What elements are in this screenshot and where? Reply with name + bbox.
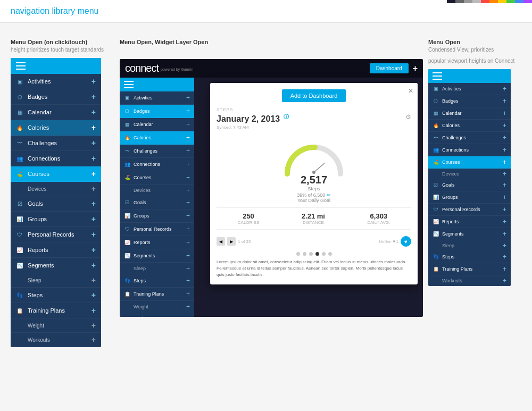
nav-item-reports-1[interactable]: 📈 Reports + bbox=[11, 242, 101, 258]
nav-item-courses-1[interactable]: ⛳ Courses + Selected bbox=[11, 166, 101, 182]
screen-sidebar-header bbox=[120, 78, 194, 91]
screen-nav-connections[interactable]: 👥Connections + bbox=[120, 158, 194, 171]
screen-top-bar: connect powered by Garmin Dashboard + bbox=[120, 59, 423, 78]
stat-daily-avg-value: 6,303 bbox=[368, 212, 390, 220]
condensed-sidebar: ▣Activities + ⬡Badges + ▦Calendar + 🔥Cal… bbox=[428, 69, 511, 286]
nav-item-calendar-1[interactable]: ▦ Calendar + bbox=[11, 105, 101, 120]
svg-line-0 bbox=[314, 163, 325, 172]
stat-distance-value: 2.21 mi bbox=[302, 212, 325, 220]
widget-settings-icon[interactable]: ⚙ bbox=[405, 113, 411, 121]
nav-item-badges-1[interactable]: ⬡ Badges + bbox=[11, 89, 101, 105]
screen-nav-sleep[interactable]: Sleep + bbox=[120, 263, 194, 274]
nav-item-sleep-1[interactable]: Sleep + bbox=[11, 273, 101, 288]
screen-nav-calories[interactable]: 🔥Calories + bbox=[120, 131, 194, 145]
personal-records-icon-1: 🛡 bbox=[16, 231, 23, 238]
prev-arrow[interactable]: ◀ bbox=[217, 237, 225, 246]
widget-sync: Synced: 7:43 AM bbox=[217, 125, 289, 130]
add-to-dashboard-button[interactable]: Add to Dashboard bbox=[282, 89, 346, 102]
segments-label-1: Segments bbox=[28, 262, 54, 269]
condensed-activities[interactable]: ▣Activities + bbox=[428, 83, 511, 95]
connections-label-1: Connections bbox=[28, 155, 60, 162]
screen-nav-badges[interactable]: ⬡Badges + bbox=[120, 105, 194, 118]
screen-nav-workouts[interactable]: Workouts + bbox=[120, 313, 194, 317]
condensed-courses[interactable]: ⛳Courses + bbox=[428, 156, 511, 169]
stat-daily-avg: 6,303 Daily Avg. bbox=[368, 212, 390, 225]
sidebar1-header bbox=[11, 58, 101, 74]
condensed-training-plans[interactable]: 📋Training Plans + bbox=[428, 263, 511, 275]
nav-item-goals-1[interactable]: ☑ Goals + bbox=[11, 196, 101, 212]
courses-icon-1: ⛳ bbox=[16, 170, 23, 178]
screen-nav-courses[interactable]: ⛳Courses + bbox=[120, 171, 194, 184]
condensed-personal-records[interactable]: 🛡Personal Records + bbox=[428, 204, 511, 216]
screen-nav-personal-records[interactable]: 🛡Personal Records + bbox=[120, 223, 194, 236]
condensed-reports[interactable]: 📈Reports + bbox=[428, 216, 511, 228]
widget-date: January 2, 2013 ⓘ bbox=[217, 113, 289, 124]
widget-close-button[interactable]: ✕ bbox=[408, 87, 413, 95]
nav-item-challenges-1[interactable]: 〜 Challenges + bbox=[11, 136, 101, 151]
condensed-calories[interactable]: 🔥Calories + bbox=[428, 120, 511, 132]
connect-logo: connect powered by Garmin bbox=[125, 62, 193, 74]
condensed-segments[interactable]: 📉Segments + bbox=[428, 228, 511, 240]
stat-distance-label: Distance bbox=[302, 220, 325, 225]
dot-3 bbox=[309, 252, 313, 256]
activities-icon-1: ▣ bbox=[16, 78, 23, 85]
condensed-sleep[interactable]: Sleep + bbox=[428, 240, 511, 251]
screen-top-right: Dashboard + bbox=[370, 63, 418, 73]
connect-logo-sub: powered by Garmin bbox=[161, 68, 193, 71]
nav-item-steps-1[interactable]: 👣 Steps + bbox=[11, 288, 101, 303]
screen-nav-goals[interactable]: ☑Goals + bbox=[120, 196, 194, 209]
next-arrow[interactable]: ▶ bbox=[227, 237, 236, 246]
dashboard-tab[interactable]: Dashboard bbox=[370, 63, 409, 73]
condensed-goals[interactable]: ☑Goals + bbox=[428, 179, 511, 191]
condensed-calendar[interactable]: ▦Calendar + bbox=[428, 107, 511, 120]
nav-item-groups-1[interactable]: 📊 Groups + bbox=[11, 212, 101, 227]
hamburger-icon-2[interactable] bbox=[124, 81, 134, 88]
screen-nav-training-plans[interactable]: 📋Training Plans + bbox=[120, 288, 194, 301]
screen-nav-challenges[interactable]: 〜Challenges + bbox=[120, 145, 194, 158]
heart-button[interactable]: ♥ bbox=[401, 236, 411, 247]
screen-nav-steps[interactable]: 👣Steps + bbox=[120, 274, 194, 288]
nav-item-segments-1[interactable]: 📉 Segments + bbox=[11, 258, 101, 273]
add-dashboard-icon[interactable]: + bbox=[413, 64, 418, 73]
condensed-badges[interactable]: ⬡Badges + bbox=[428, 95, 511, 107]
gauge-container: 2,517 Steps 39% of 6,500 ✏ Your Daily Go… bbox=[217, 139, 411, 203]
challenges-label-1: Challenges bbox=[28, 140, 57, 146]
nav-item-devices-1[interactable]: Devices + bbox=[11, 182, 101, 196]
condensed-devices[interactable]: Devices + bbox=[428, 169, 511, 179]
screen-nav-reports[interactable]: 📈Reports + bbox=[120, 236, 194, 249]
nav-item-activities-1[interactable]: ▣ Activities + bbox=[11, 74, 101, 89]
hamburger-icon-1[interactable] bbox=[16, 62, 26, 70]
condensed-steps[interactable]: 👣Steps + bbox=[428, 251, 511, 263]
screen-nav-calendar[interactable]: ▦Calendar + bbox=[120, 118, 194, 131]
screen-nav-weight[interactable]: Weight + bbox=[120, 301, 194, 313]
dot-4-active bbox=[315, 252, 319, 256]
screen-nav-segments[interactable]: 📉Segments + bbox=[120, 249, 194, 263]
pagination-count: 1 of 25 bbox=[238, 239, 251, 244]
pagination-bar: ◀ ▶ 1 of 25 Unlike ▼1 ♥ bbox=[217, 234, 411, 249]
activities-label-1: Activities bbox=[28, 78, 51, 85]
nav-item-weight-1[interactable]: Weight + bbox=[11, 318, 101, 333]
panel-3: Menu Open Condensed View, prioritizes po… bbox=[423, 39, 521, 286]
nav-item-personal-records-1[interactable]: 🛡 Personal Records + bbox=[11, 227, 101, 242]
screen-nav-groups[interactable]: 📊Groups + bbox=[120, 209, 194, 223]
panel1-sublabel: height prioritizes touch target standard… bbox=[11, 47, 109, 53]
condensed-workouts[interactable]: Workouts + bbox=[428, 275, 511, 286]
nav-item-connections-1[interactable]: 👥 Connections + bbox=[11, 151, 101, 166]
gauge-svg bbox=[282, 139, 346, 177]
lorem-text: Lorem ipsum dolor sit amet, consectetur … bbox=[217, 259, 411, 278]
challenges-icon-1: 〜 bbox=[16, 139, 23, 147]
nav-item-workouts-1[interactable]: Workouts + bbox=[11, 333, 101, 347]
nav-item-calories-1[interactable]: 🔥 Calories + Hover bbox=[11, 120, 101, 136]
hamburger-icon-3[interactable] bbox=[433, 72, 442, 80]
condensed-challenges[interactable]: 〜Challenges + bbox=[428, 132, 511, 144]
screen-nav-activities[interactable]: ▣Activities + bbox=[120, 91, 194, 105]
condensed-connections[interactable]: 👥Connections + bbox=[428, 144, 511, 156]
steps-icon-1: 👣 bbox=[16, 291, 23, 299]
nav-item-training-plans-1[interactable]: 📋 Training Plans + bbox=[11, 303, 101, 318]
stat-calories-label: Calories bbox=[238, 220, 259, 225]
panel-2: Menu Open, Widget Layer Open connect pow… bbox=[109, 39, 423, 317]
connections-icon-1: 👥 bbox=[16, 155, 23, 162]
screen-nav-devices[interactable]: Devices + bbox=[120, 184, 194, 196]
unlike-button[interactable]: Unlike ▼1 bbox=[379, 239, 398, 244]
condensed-groups[interactable]: 📊Groups + bbox=[428, 191, 511, 204]
